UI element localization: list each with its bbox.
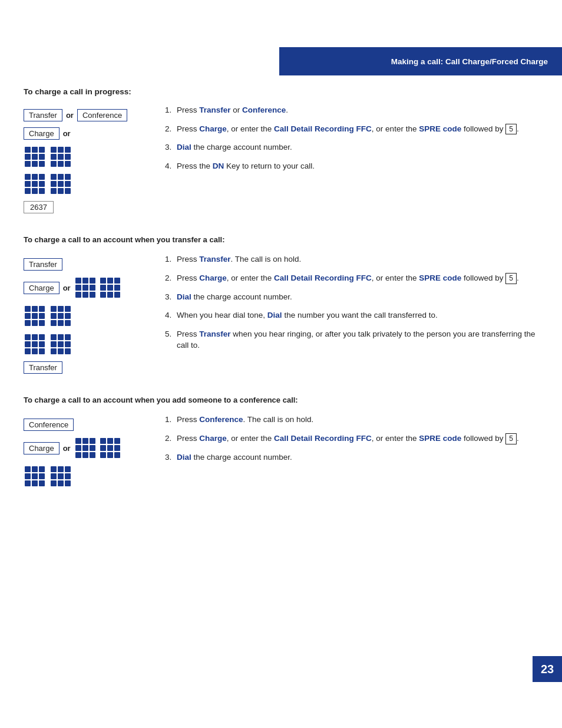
step-3-3: 3. Dial the charge account number. xyxy=(165,452,538,463)
charge-key-2: Charge xyxy=(24,282,59,294)
section1-layout: Transfer or Conference Charge or xyxy=(24,104,538,218)
section1-left: Transfer or Conference Charge or xyxy=(24,104,153,218)
section2-layout: Transfer Charge or xyxy=(24,253,538,378)
main-content: To charge a call in progress: Transfer o… xyxy=(24,87,538,509)
keypad-sec3-row1 xyxy=(24,464,153,489)
or-text-2: or xyxy=(63,129,71,138)
section3: To charge a call to an account when you … xyxy=(24,395,538,492)
step-1-2: 2. Press Charge, or enter the Call Detai… xyxy=(165,123,538,135)
sec1-row1: Transfer or Conference xyxy=(24,108,153,123)
step-1-3: 3. Dial the charge account number. xyxy=(165,141,538,153)
section2-steps: 1. Press Transfer. The call is on hold. … xyxy=(165,253,538,351)
conference-key-2: Conference xyxy=(24,419,74,431)
keypad-sec3-inline xyxy=(74,436,121,460)
section3-left: Conference Charge or xyxy=(24,414,153,492)
conference-key-1: Conference xyxy=(77,109,127,121)
header-title: Making a call: Call Charge/Forced Charge xyxy=(391,57,548,66)
step-2-2: 2. Press Charge, or enter the Call Detai… xyxy=(165,272,538,284)
section3-right: 1. Press Conference. The call is on hold… xyxy=(165,414,538,492)
section1-heading: To charge a call in progress: xyxy=(24,87,538,96)
step-2-3: 3. Dial the charge account number. xyxy=(165,291,538,303)
sec2-row-transfer-bottom: Transfer xyxy=(24,360,153,375)
step-2-4: 4. When you hear dial tone, Dial the num… xyxy=(165,309,538,321)
sec3-row1: Conference xyxy=(24,417,153,432)
step-1-1: 1. Press Transfer or Conference. xyxy=(165,104,538,116)
section2: To charge a call to an account when you … xyxy=(24,235,538,378)
section2-left: Transfer Charge or xyxy=(24,253,153,378)
sec2-row2: Charge or xyxy=(24,275,153,300)
keypad-2 xyxy=(24,172,153,196)
transfer-key-3: Transfer xyxy=(24,361,62,374)
step-2-5: 5. Press Transfer when you hear ringing,… xyxy=(165,328,538,351)
keypad-sec2-inline xyxy=(74,275,121,300)
sec1-row2: Charge or xyxy=(24,126,153,141)
transfer-key-1: Transfer xyxy=(24,109,62,121)
keypad-sec2-row1 xyxy=(24,304,153,328)
section3-layout: Conference Charge or xyxy=(24,414,538,492)
step-2-1: 1. Press Transfer. The call is on hold. xyxy=(165,253,538,265)
charge-key-1: Charge xyxy=(24,127,59,140)
sec3-row2: Charge or xyxy=(24,436,153,460)
transfer-key-2: Transfer xyxy=(24,258,62,271)
charge-key-3: Charge xyxy=(24,442,59,454)
or-text-1: or xyxy=(66,111,74,120)
number-display: 2637 xyxy=(24,201,54,213)
section3-steps: 1. Press Conference. The call is on hold… xyxy=(165,414,538,463)
section1: To charge a call in progress: Transfer o… xyxy=(24,87,538,218)
page-number: 23 xyxy=(541,663,554,676)
section3-heading: To charge a call to an account when you … xyxy=(24,395,538,406)
keypad-1 xyxy=(24,144,153,169)
section1-steps: 1. Press Transfer or Conference. 2. Pres… xyxy=(165,104,538,172)
sec2-row1: Transfer xyxy=(24,257,153,272)
step-1-4: 4. Press the DN Key to return to your ca… xyxy=(165,160,538,172)
section2-heading: To charge a call to an account when you … xyxy=(24,235,538,245)
header-bar: Making a call: Call Charge/Forced Charge xyxy=(279,47,562,75)
section1-right: 1. Press Transfer or Conference. 2. Pres… xyxy=(165,104,538,218)
number-display-row: 2637 xyxy=(24,199,153,216)
step-3-1: 1. Press Conference. The call is on hold… xyxy=(165,414,538,426)
keypad-sec2-row2 xyxy=(24,332,153,357)
page-number-badge: 23 xyxy=(533,656,562,682)
section2-right: 1. Press Transfer. The call is on hold. … xyxy=(165,253,538,378)
step-3-2: 2. Press Charge, or enter the Call Detai… xyxy=(165,433,538,444)
